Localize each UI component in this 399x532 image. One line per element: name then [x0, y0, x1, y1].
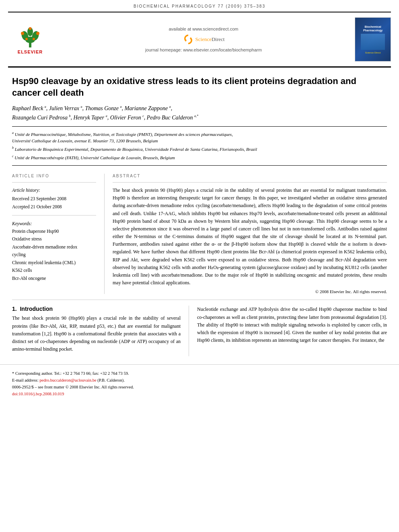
- keywords-section: Keywords: Protein chaperone Hsp90 Oxidat…: [12, 221, 96, 283]
- left-column: Article Info Article history: Received 2…: [12, 174, 105, 294]
- article-history: Article history: Received 23 September 2…: [12, 187, 96, 211]
- authors: Raphael Beck a, Julien Verrax a, Thomas …: [12, 104, 387, 122]
- sciencedirect-logo: ScienceDirect: [183, 34, 225, 45]
- elsevier-tree-icon: [16, 25, 44, 49]
- journal-cover-title: BiochemicalPharmacology: [363, 25, 383, 32]
- doi-link[interactable]: doi:10.1016/j.bcp.2008.10.019: [12, 392, 64, 396]
- article-info-label: Article Info: [12, 174, 96, 178]
- journal-homepage: journal homepage: www.elsevier.com/locat…: [56, 47, 351, 52]
- keyword-3: Ascorbate-driven menadione redoxcycling: [12, 243, 96, 259]
- svg-point-5: [21, 32, 24, 35]
- intro-section-heading: 1. Introduction: [12, 306, 181, 312]
- license-note: 0006-2952/$ – see front matter © 2008 El…: [12, 384, 387, 391]
- center-header: available at www.sciencedirect.com Scien…: [56, 27, 351, 52]
- abstract-label: Abstract: [113, 174, 387, 178]
- affiliation-c: c Unité de Pharmacothérapie (FATH), Univ…: [12, 154, 387, 161]
- svg-point-8: [25, 38, 28, 40]
- abstract-text: The heat shock protein 90 (Hsp90) plays …: [113, 187, 387, 287]
- keyword-1: Protein chaperone Hsp90: [12, 228, 96, 236]
- elsevier-wordmark: ELSEVIER: [18, 49, 43, 54]
- footer-notes: * Corresponding author. Tel.: +32 2 764 …: [0, 364, 399, 401]
- elsevier-logo: ELSEVIER: [8, 25, 52, 54]
- journal-cover-subtitle: Science Direct: [365, 51, 381, 54]
- journal-name-top: Biochemical Pharmacology 77 (2009) 375–3…: [8, 4, 391, 8]
- svg-rect-0: [29, 43, 31, 47]
- keyword-6: Bcr-Abl oncogene: [12, 275, 96, 283]
- intro-right-text: Nucleotide exchange and ATP hydrolysis d…: [197, 306, 387, 344]
- right-column: Abstract The heat shock protein 90 (Hsp9…: [105, 174, 387, 294]
- svg-point-9: [33, 38, 35, 40]
- doi-note: doi:10.1016/j.bcp.2008.10.019: [12, 391, 387, 398]
- article-title-section: Hsp90 cleavage by an oxidative stress le…: [0, 69, 399, 174]
- keyword-5: K562 cells: [12, 267, 96, 275]
- keywords-label: Keywords:: [12, 221, 96, 226]
- corresponding-note: * Corresponding author. Tel.: +32 2 764 …: [12, 370, 387, 377]
- available-text: available at www.sciencedirect.com: [56, 27, 351, 31]
- intro-left-text: The heat shock protein 90 (Hsp90) plays …: [12, 314, 181, 353]
- sd-wordmark: ScienceDirect: [195, 36, 225, 43]
- keyword-2: Oxidative stress: [12, 235, 96, 243]
- svg-point-7: [29, 27, 32, 30]
- body-right: Nucleotide exchange and ATP hydrolysis d…: [189, 306, 387, 356]
- body-left: 1. Introduction The heat shock protein 9…: [12, 306, 189, 356]
- page: Biochemical Pharmacology 77 (2009) 375–3…: [0, 0, 399, 532]
- affiliations: a Unité de Pharmacocinétique, Métabolism…: [12, 131, 387, 144]
- accepted-date: Accepted 21 October 2008: [12, 204, 62, 209]
- article-title: Hsp90 cleavage by an oxidative stress le…: [12, 76, 387, 99]
- email-link[interactable]: pedro.buccalderon@uclouvain.be: [39, 378, 96, 382]
- history-label: Article history:: [12, 187, 96, 195]
- info-abstract-columns: Article Info Article history: Received 2…: [0, 174, 399, 294]
- journal-cover: BiochemicalPharmacology Science Direct: [355, 17, 391, 62]
- received-date: Received 23 September 2008: [12, 196, 66, 201]
- copyright: © 2008 Elsevier Inc. All rights reserved…: [113, 289, 387, 294]
- sciencedirect-icon: [183, 34, 194, 45]
- svg-point-6: [36, 32, 39, 35]
- affiliation-b: b Laboratorio de Bioquimica Experimental…: [12, 146, 387, 153]
- journal-header: Biochemical Pharmacology 77 (2009) 375–3…: [0, 0, 399, 12]
- email-note: E-mail address: pedro.buccalderon@uclouv…: [12, 377, 387, 384]
- keyword-4: Chronic myeloid leukemia (CML): [12, 259, 96, 267]
- header-logos: ELSEVIER available at www.sciencedirect.…: [0, 14, 399, 65]
- body-columns: 1. Introduction The heat shock protein 9…: [0, 306, 399, 356]
